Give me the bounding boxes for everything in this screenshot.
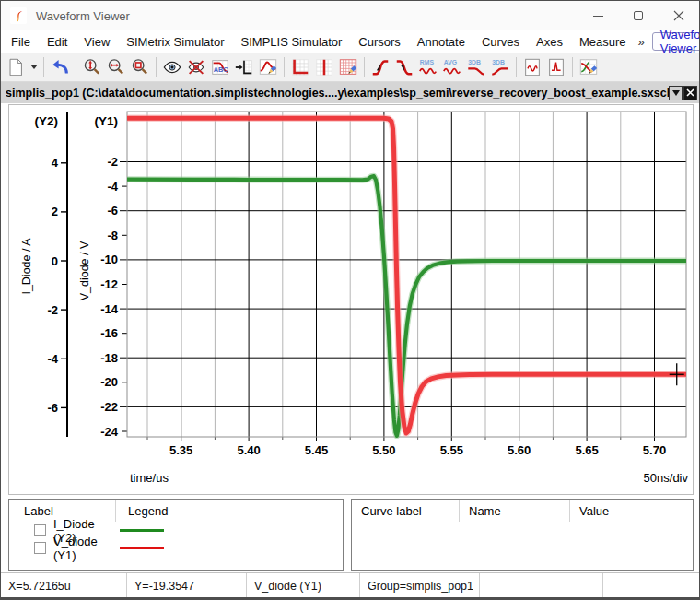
menu-overflow-chevron[interactable]: » [635,35,648,49]
edit-curve-button[interactable] [256,55,280,79]
status-spare-1 [480,573,603,598]
close-icon [673,10,684,21]
edit-graph-button[interactable] [577,55,601,79]
x-tick-label: 5.40 [237,443,260,457]
simetrix-logo-icon [11,8,26,23]
rms-icon: RMS [418,57,438,77]
menu-file[interactable]: File [3,30,39,53]
x-tick-label: 5.45 [305,443,328,457]
plot-impulse-button[interactable] [544,55,568,79]
dropdown-arrow-icon [30,65,38,69]
edit-grid-pencil-icon [338,57,358,77]
close-icon [686,88,694,97]
legend-column-legend: Legend [115,500,343,522]
eye-crossed-icon [186,57,206,77]
add-grid-axis-button[interactable] [288,55,312,79]
y1-tick-label: -2 [107,155,118,169]
zoom-x-button[interactable] [104,55,128,79]
new-graph-button[interactable] [4,55,28,79]
edit-curve-pencil-icon [258,57,278,77]
y2-tick-label: -4 [47,352,58,366]
page-impulse-icon [546,57,566,77]
column-value: Value [569,500,693,522]
toolbar-separator [516,57,517,77]
x-axis-div-label: 50ns/div [644,471,689,485]
menu-simplis-simulator[interactable]: SIMPLIS Simulator [233,30,351,53]
window-selector-combo[interactable]: Waveform Viewer [652,32,700,51]
menu-view[interactable]: View [76,30,118,53]
plot-waveform-button[interactable] [520,55,544,79]
idiode-label-checkbox[interactable] [34,524,46,536]
add-axis-button[interactable] [232,55,256,79]
graph-tab[interactable]: simplis_pop1 (C:\data\documentation.simp… [6,87,669,100]
zoom-box-button[interactable] [128,55,152,79]
new-graph-dropdown[interactable] [28,55,40,79]
close-button[interactable] [659,1,699,30]
menubar: File Edit View SIMetrix Simulator SIMPLI… [1,30,699,53]
vdiode-label-checkbox[interactable] [34,542,46,554]
measure-avg-button[interactable]: AVG [440,55,464,79]
add-vertical-axis-button[interactable] [312,55,336,79]
hide-curve-button[interactable] [184,55,208,79]
label-curve-button[interactable]: ABC [208,55,232,79]
window-bottom-edge [1,597,699,599]
zoom-x-axis-icon [106,57,126,77]
measurement-panel-header: Curve label Name Value [352,500,693,522]
rising-edge-button[interactable] [368,55,392,79]
menu-curves[interactable]: Curves [473,30,528,53]
svg-text:3DB: 3DB [492,59,505,65]
falling-edge-icon [394,57,414,77]
measure-rms-button[interactable]: RMS [416,55,440,79]
menu-annotate[interactable]: Annotate [409,30,473,53]
y1-tick-label: -12 [100,277,118,291]
menu-axes[interactable]: Axes [528,30,571,53]
window-selector-value: Waveform Viewer [660,28,700,55]
vdiode-curve-name: V_diode (Y1) [53,535,118,562]
show-curve-button[interactable] [160,55,184,79]
measure-3db-low-button[interactable]: 3DB [464,55,488,79]
undo-icon [50,57,70,77]
y1-axis-label: V_diode / V [78,241,91,300]
menu-simetrix-simulator[interactable]: SIMetrix Simulator [118,30,232,53]
status-curve-name: V_diode (Y1) [247,573,360,598]
tab-close-button[interactable] [683,86,697,100]
column-name: Name [459,500,569,522]
falling-edge-button[interactable] [392,55,416,79]
y1-tick-label: -18 [100,351,118,365]
minimize-button[interactable] [578,1,618,30]
maximize-button[interactable] [618,1,659,30]
eye-icon [162,57,182,77]
graph-tabbar: simplis_pop1 (C:\data\documentation.simp… [1,82,699,103]
idiode-color-swatch [120,529,164,532]
window-controls [578,1,699,30]
menu-cursors[interactable]: Cursors [350,30,409,53]
three-db-rise-icon: 3DB [490,57,510,77]
menu-edit[interactable]: Edit [39,30,76,53]
y2-tick-label: 0 [52,254,58,268]
statusbar: X=5.72165u Y=-19.3547 V_diode (Y1) Group… [1,572,699,598]
rising-edge-icon [370,57,391,77]
measure-3db-high-button[interactable]: 3DB [488,55,512,79]
legend-panel: Label Legend I_Diode (Y2) V_diode (Y1) [8,499,344,571]
legend-row-vdiode[interactable]: V_diode (Y1) [9,539,343,557]
maximize-icon [634,11,643,20]
y2-tick-label: -2 [47,303,58,317]
y1-tick-label: -20 [100,375,118,389]
y2-axis-label: I_Diode / A [20,238,33,295]
undo-button[interactable] [48,55,72,79]
x-tick-label: 5.70 [643,443,666,457]
tab-list-dropdown-button[interactable] [669,86,682,100]
three-db-fall-icon: 3DB [466,57,486,77]
column-curve-label: Curve label [352,500,459,522]
edit-grid-button[interactable] [336,55,360,79]
y2-tick-label: -6 [47,401,58,415]
new-document-icon [6,57,26,77]
waveform-graph[interactable]: 5.355.405.455.505.555.605.655.70-2-4-6-8… [8,104,694,495]
y2-axis-name: (Y2) [34,114,58,128]
status-cursor-y: Y=-19.3547 [127,573,247,598]
menu-measure[interactable]: Measure [571,30,635,53]
edit-multi-curve-icon [578,57,599,77]
zoom-rectangle-icon [130,57,150,77]
graph-pane: 5.355.405.455.505.555.605.655.70-2-4-6-8… [8,104,694,495]
zoom-y-button[interactable] [80,55,104,79]
